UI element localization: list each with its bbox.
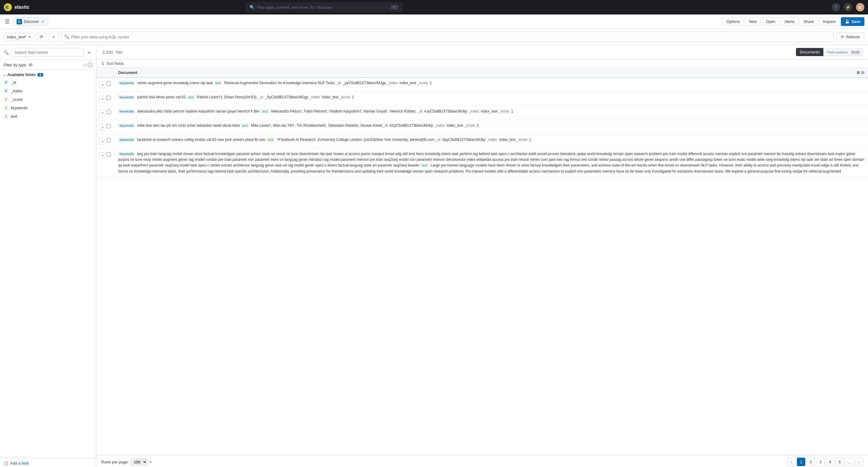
- meta-index: _index: [487, 138, 497, 142]
- meta-score: _score: [417, 81, 428, 85]
- index-caret-icon: ▼: [28, 35, 31, 39]
- refresh-button[interactable]: ⟳ Refresh: [836, 33, 864, 41]
- sort-fields-label: Sort fields: [106, 61, 124, 66]
- page-5-button[interactable]: 5: [835, 458, 844, 466]
- field-item-index[interactable]: # _index: [0, 87, 96, 95]
- sort-fields-bar: ⇅ Sort fields: [96, 59, 868, 68]
- meta-id: _id: [383, 123, 388, 127]
- meta-score: _score: [339, 95, 350, 99]
- user-avatar[interactable]: E: [856, 3, 864, 11]
- global-search-icon: 🔍: [250, 5, 255, 10]
- add-field-label: Add a field: [10, 461, 29, 466]
- prev-page-button[interactable]: ‹: [787, 458, 796, 466]
- top-navigation: elastic 🔍 ⌘/ ? ⚡ E: [0, 0, 868, 14]
- svg-point-3: [5, 5, 7, 9]
- app-tab-check-icon: ✓: [41, 19, 45, 24]
- field-name-index: _index: [11, 89, 22, 93]
- index-selector[interactable]: index_test* ▼: [4, 33, 34, 41]
- field-item-id[interactable]: # _id: [0, 78, 96, 87]
- row-checkbox[interactable]: [107, 138, 111, 142]
- filter-type-info-icon[interactable]: i: [88, 62, 93, 67]
- field-name-keywords: keywords: [11, 106, 27, 110]
- row-checkbox[interactable]: [107, 124, 111, 128]
- table-expand-icon[interactable]: ⊞ ⊟: [857, 70, 864, 75]
- kql-filter-input-wrap[interactable]: 🔍: [61, 31, 834, 42]
- table-actions-header: [96, 68, 115, 78]
- row-expand-button[interactable]: ↗: [99, 82, 105, 88]
- field-type-icon-text: t: [4, 114, 8, 119]
- available-fields-chevron-icon[interactable]: [3, 73, 6, 76]
- alerts-button[interactable]: Alerts: [781, 17, 798, 26]
- global-search-input[interactable]: [257, 5, 389, 10]
- field-list: # _id # _index # _score t keywords t tex…: [0, 78, 96, 458]
- page-4-button[interactable]: 4: [826, 458, 834, 466]
- sidebar-search-area: 🔍 ⇤: [0, 45, 96, 60]
- field-badge-text: text: [214, 81, 222, 85]
- documents-view-button[interactable]: Documents: [796, 48, 824, 56]
- row-checkbox[interactable]: [107, 152, 111, 156]
- share-button[interactable]: Share: [800, 17, 818, 26]
- elastic-logo[interactable]: elastic: [4, 3, 30, 11]
- field-type-icon-score: #: [4, 97, 8, 102]
- field-item-score[interactable]: # _score: [0, 95, 96, 104]
- open-button[interactable]: Open: [762, 17, 779, 26]
- doc-cell: keywords facebook ai research univers co…: [115, 135, 868, 149]
- view-toggles: Documents Field statistics BETA: [796, 48, 863, 56]
- field-item-keywords[interactable]: t keywords: [0, 104, 96, 112]
- help-icon[interactable]: ?: [832, 3, 840, 11]
- row-checkbox[interactable]: [107, 82, 111, 86]
- page-ellipsis-button[interactable]: …: [845, 458, 854, 466]
- table-row: ↗ keywords facebook ai research univers …: [96, 135, 868, 149]
- row-expand-button[interactable]: ↗: [99, 138, 105, 145]
- row-actions: ↗: [98, 108, 113, 119]
- hamburger-menu[interactable]: ☰: [4, 17, 11, 26]
- notifications-icon[interactable]: ⚡: [844, 3, 852, 11]
- save-button[interactable]: 💾 Save: [841, 17, 864, 26]
- table-row: ↗ keywords patrick lewi ethan perez cid …: [96, 92, 868, 106]
- field-type-icon-keywords: t: [4, 105, 8, 110]
- filter-add-button[interactable]: +: [49, 32, 59, 41]
- filter-type-badge: 0: [28, 63, 33, 67]
- table-row: ↗ keywords retriev augment gener knowled…: [96, 78, 868, 92]
- row-expand-button[interactable]: ↗: [99, 110, 105, 116]
- sidebar-collapse-button[interactable]: ⇤: [87, 49, 93, 56]
- page-1-button[interactable]: 1: [797, 458, 805, 466]
- app-tab-discover[interactable]: D Discover ✓: [13, 18, 48, 26]
- new-button[interactable]: New: [745, 17, 761, 26]
- next-page-button[interactable]: ›: [855, 458, 863, 466]
- page-2-button[interactable]: 2: [807, 458, 815, 466]
- meta-score: _score: [517, 138, 527, 142]
- field-item-text[interactable]: t text: [0, 112, 96, 120]
- sidebar-search-input[interactable]: [11, 48, 84, 57]
- field-name-id: _id: [11, 80, 16, 85]
- rows-per-page-select[interactable]: 100 50 25: [130, 458, 147, 466]
- inspect-button[interactable]: Inspect: [819, 17, 840, 26]
- field-stats-label: Field statistics: [827, 50, 848, 54]
- row-expand-button[interactable]: ↗: [99, 124, 105, 130]
- row-expand-button[interactable]: ↗: [99, 152, 105, 159]
- filter-type-row: Filter by type 0 i: [0, 60, 96, 70]
- row-expand-button[interactable]: ↗: [99, 96, 105, 102]
- filter-type-chevron-icon[interactable]: [84, 64, 86, 66]
- global-search-bar[interactable]: 🔍 ⌘/: [246, 2, 402, 12]
- available-fields-header: Available fields 5: [0, 70, 96, 78]
- field-badge-keywords: keywords: [118, 138, 135, 142]
- kql-filter-input[interactable]: [71, 35, 831, 39]
- row-checkbox[interactable]: [107, 96, 111, 100]
- doc-text: keywords retriev augment gener knowledg …: [118, 80, 864, 86]
- row-actions: ↗: [98, 79, 113, 90]
- options-button[interactable]: Options: [722, 17, 744, 26]
- field-statistics-view-button[interactable]: Field statistics BETA: [825, 49, 863, 56]
- available-fields-label: Available fields 5: [4, 72, 43, 77]
- doc-cell: keywords patrick lewi ethan perez cid 63…: [115, 92, 868, 106]
- sort-icon: ⇅: [101, 61, 104, 66]
- row-checkbox[interactable]: [107, 110, 111, 114]
- page-3-button[interactable]: 3: [816, 458, 825, 466]
- filter-type-label: Filter by type 0: [4, 63, 33, 67]
- pagination-bar: Rows per page: 100 50 25 ▼ ‹ 1 2 3 4 5 ……: [96, 455, 868, 467]
- row-actions-cell: ↗: [96, 135, 115, 149]
- doc-cell: keywords aleksandra piktu fabio petroni …: [115, 106, 868, 120]
- add-field-button[interactable]: 📋 Add a field: [0, 458, 96, 467]
- filter-sync-button[interactable]: ⟳: [37, 32, 46, 41]
- field-badge-keywords: keywords: [118, 123, 135, 127]
